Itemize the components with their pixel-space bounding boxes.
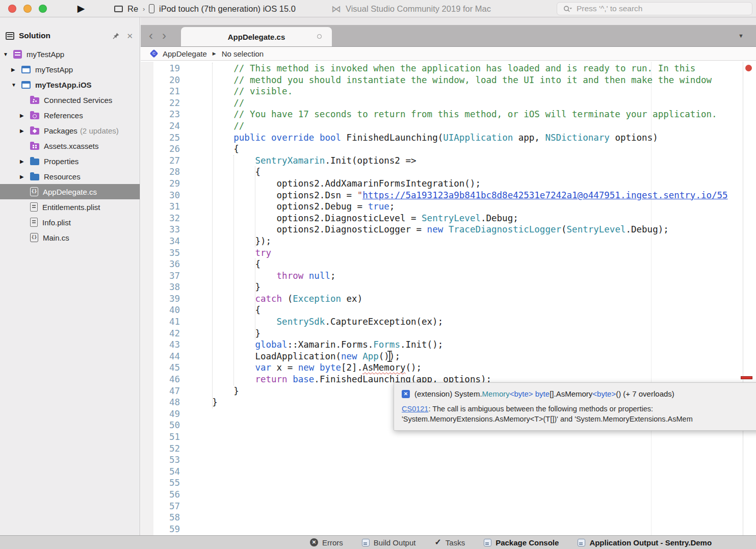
line-number[interactable]: 26 <box>141 143 187 155</box>
close-window-button[interactable] <box>8 5 16 13</box>
code-line-33[interactable]: 33 options2.DiagnosticLogger = new Trace… <box>141 224 756 236</box>
disclosure-triangle-icon[interactable]: ▼ <box>3 51 13 57</box>
line-number[interactable]: 32 <box>141 213 187 224</box>
code-line-20[interactable]: 20 // method you should instantiate the … <box>141 74 756 86</box>
sidebar-item-references[interactable]: ▶References <box>0 108 140 123</box>
disclosure-triangle-icon[interactable]: ▶ <box>11 67 21 72</box>
error-code-link[interactable]: CS0121 <box>402 405 428 413</box>
line-number[interactable]: 48 <box>141 397 187 408</box>
code-line-43[interactable]: 43 global::Xamarin.Forms.Forms.Init(); <box>141 339 756 351</box>
disclosure-triangle-icon[interactable]: ▼ <box>11 82 21 88</box>
line-number[interactable]: 56 <box>141 489 187 501</box>
statusbar-tasks-button[interactable]: Tasks <box>434 538 465 547</box>
disclosure-triangle-icon[interactable]: ▶ <box>20 113 30 118</box>
sidebar-item-assets-xcassets[interactable]: Assets.xcassets <box>0 138 140 153</box>
navigate-back-button[interactable] <box>149 30 153 42</box>
line-number[interactable]: 31 <box>141 201 187 213</box>
statusbar-build-output-button[interactable]: Build Output <box>362 538 416 547</box>
navigate-forward-button[interactable] <box>162 30 166 42</box>
device-selector[interactable]: iPod touch (7th generation) iOS 15.0 <box>149 0 296 17</box>
code-line-27[interactable]: 27 SentryXamarin.Init(options2 => <box>141 155 756 167</box>
code-line-56[interactable]: 56 <box>141 489 756 501</box>
statusbar-errors-button[interactable]: Errors <box>310 538 343 547</box>
line-number[interactable]: 25 <box>141 132 187 144</box>
code-line-21[interactable]: 21 // visible. <box>141 86 756 97</box>
close-pad-button[interactable] <box>126 32 133 40</box>
sidebar-item-resources[interactable]: ▶Resources <box>0 169 140 184</box>
tab-list-dropdown[interactable] <box>738 33 744 39</box>
code-line-24[interactable]: 24 // <box>141 120 756 132</box>
line-number[interactable]: 42 <box>141 328 187 339</box>
sidebar-item-appdelegate-cs[interactable]: AppDelegate.cs <box>0 184 140 199</box>
line-number[interactable]: 50 <box>141 420 187 431</box>
code-line-37[interactable]: 37 throw null; <box>141 270 756 282</box>
code-line-57[interactable]: 57 <box>141 501 756 512</box>
line-number[interactable]: 30 <box>141 190 187 201</box>
pin-pad-icon[interactable] <box>112 32 120 40</box>
line-number[interactable]: 52 <box>141 443 187 455</box>
code-line-45[interactable]: 45 var x = new byte[2].AsMemory(); <box>141 362 756 374</box>
line-number[interactable]: 44 <box>141 351 187 362</box>
disclosure-triangle-icon[interactable]: ▶ <box>20 174 30 179</box>
line-number[interactable]: 40 <box>141 304 187 316</box>
line-number[interactable]: 37 <box>141 270 187 282</box>
line-number[interactable]: 55 <box>141 477 187 489</box>
search-input[interactable]: Press '^,' to search <box>557 2 752 15</box>
statusbar-package-console-button[interactable]: Package Console <box>484 538 559 547</box>
code-line-55[interactable]: 55 <box>141 477 756 489</box>
line-number[interactable]: 23 <box>141 109 187 120</box>
sidebar-item-packages[interactable]: ▶Packages(2 updates) <box>0 123 140 138</box>
code-line-34[interactable]: 34 }); <box>141 236 756 247</box>
line-number[interactable]: 19 <box>141 63 187 74</box>
statusbar-application-output-sentry-demo-button[interactable]: Application Output - Sentry.Demo <box>578 538 712 547</box>
line-number[interactable]: 58 <box>141 512 187 524</box>
code-line-35[interactable]: 35 try <box>141 247 756 259</box>
code-line-51[interactable]: 51 <box>141 431 756 443</box>
code-line-30[interactable]: 30 options2.Dsn = "https://5a193123a9b84… <box>141 190 756 201</box>
code-line-44[interactable]: 44 LoadApplication(new App()); <box>141 351 756 362</box>
disclosure-triangle-icon[interactable]: ▶ <box>20 159 30 164</box>
error-indicator-dot[interactable] <box>745 65 752 71</box>
sidebar-item-entitlements-plist[interactable]: Entitlements.plist <box>0 199 140 215</box>
code-line-58[interactable]: 58 <box>141 512 756 524</box>
code-line-54[interactable]: 54 <box>141 466 756 478</box>
sidebar-item-mytestapp-ios[interactable]: ▼myTestApp.iOS <box>0 77 140 92</box>
minimize-window-button[interactable] <box>23 5 32 13</box>
line-number[interactable]: 45 <box>141 362 187 374</box>
code-line-31[interactable]: 31 options2.Debug = true; <box>141 201 756 213</box>
sidebar-item-mytestapp[interactable]: ▶myTestApp <box>0 62 140 77</box>
disclosure-triangle-icon[interactable]: ▶ <box>20 128 30 134</box>
sidebar-item-info-plist[interactable]: Info.plist <box>0 215 140 230</box>
line-number[interactable]: 36 <box>141 258 187 270</box>
tab-appdelegate[interactable]: AppDelegate.cs <box>181 27 332 46</box>
sidebar-item-properties[interactable]: ▶Properties <box>0 153 140 169</box>
breadcrumb-class[interactable]: AppDelegate <box>163 49 207 58</box>
code-line-25[interactable]: 25 public override bool FinishedLaunchin… <box>141 132 756 144</box>
line-number[interactable]: 51 <box>141 431 187 443</box>
code-line-42[interactable]: 42 } <box>141 328 756 339</box>
code-line-36[interactable]: 36 { <box>141 258 756 270</box>
code-line-38[interactable]: 38 } <box>141 281 756 293</box>
code-line-39[interactable]: 39 catch (Exception ex) <box>141 293 756 305</box>
code-line-32[interactable]: 32 options2.DiagnosticLevel = SentryLeve… <box>141 213 756 224</box>
code-line-29[interactable]: 29 options2.AddXamarinFormsIntegration()… <box>141 178 756 190</box>
code-line-52[interactable]: 52 <box>141 443 756 455</box>
line-number[interactable]: 20 <box>141 74 187 86</box>
sidebar-item-main-cs[interactable]: Main.cs <box>0 230 140 245</box>
line-number[interactable]: 59 <box>141 524 187 535</box>
code-line-41[interactable]: 41 SentrySdk.CaptureException(ex); <box>141 316 756 328</box>
code-line-19[interactable]: 19 // This method is invoked when the ap… <box>141 63 756 74</box>
code-line-28[interactable]: 28 { <box>141 166 756 178</box>
code-line-23[interactable]: 23 // You have 17 seconds to return from… <box>141 109 756 120</box>
line-number[interactable]: 46 <box>141 374 187 385</box>
line-number[interactable]: 54 <box>141 466 187 478</box>
line-number[interactable]: 39 <box>141 293 187 305</box>
error-scroll-marker[interactable] <box>741 376 752 379</box>
line-number[interactable]: 22 <box>141 97 187 109</box>
line-number[interactable]: 47 <box>141 385 187 397</box>
line-number[interactable]: 41 <box>141 316 187 328</box>
line-number[interactable]: 49 <box>141 408 187 420</box>
code-editor[interactable]: 19 // This method is invoked when the ap… <box>141 62 756 535</box>
line-number[interactable]: 28 <box>141 166 187 178</box>
code-line-40[interactable]: 40 { <box>141 304 756 316</box>
